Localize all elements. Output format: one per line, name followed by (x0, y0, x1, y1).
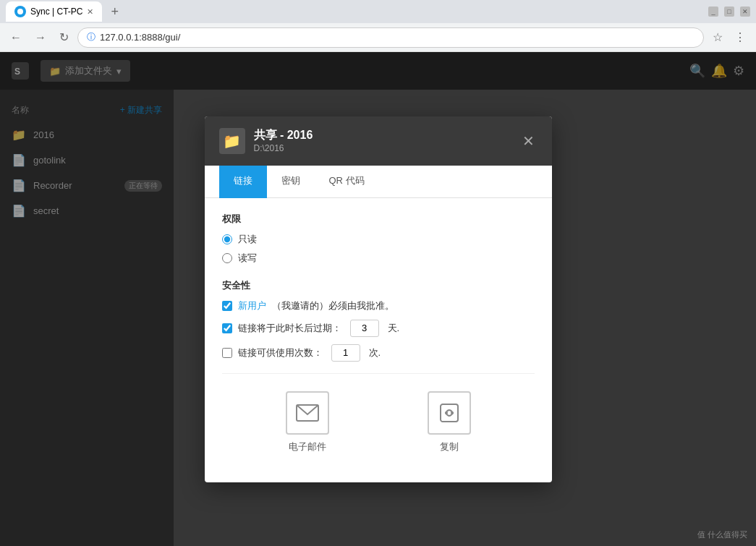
tab-close-button[interactable]: ✕ (87, 7, 93, 17)
copy-icon (428, 391, 471, 435)
modal-overlay: 📁 共享 - 2016 D:\2016 ✕ 链接 密钥 (0, 52, 756, 546)
modal-body: 权限 只读 读写 安全性 (205, 198, 552, 482)
usage-suffix: 次. (369, 346, 381, 359)
back-button[interactable]: ← (6, 28, 26, 47)
usage-input[interactable] (331, 344, 360, 362)
toolbar-icons: ☆ ⋮ (708, 27, 750, 47)
browser-toolbar: ← → ↻ ⓘ 127.0.0.1:8888/gui/ ☆ ⋮ (0, 23, 756, 52)
modal-tabs: 链接 密钥 QR 代码 (205, 166, 552, 198)
svg-point-6 (451, 411, 454, 414)
expiry-suffix: 天. (388, 322, 400, 335)
readwrite-option[interactable]: 读写 (222, 252, 535, 265)
svg-point-5 (445, 411, 448, 414)
address-bar[interactable]: ⓘ 127.0.0.1:8888/gui/ (77, 27, 704, 48)
copy-label: 复制 (440, 440, 459, 453)
email-icon (286, 391, 329, 435)
minimize-button[interactable]: _ (708, 7, 718, 17)
app-area: S 📁 添加文件夹 ▾ 🔍 🔔 ⚙ 名称 + 新建共享 📁 2016 (0, 52, 756, 546)
email-label: 电子邮件 (289, 440, 326, 453)
modal-title: 共享 - 2016 (254, 128, 511, 143)
email-button[interactable]: 电子邮件 (286, 391, 329, 453)
modal-header: 📁 共享 - 2016 D:\2016 ✕ (205, 116, 552, 166)
expiry-prefix: 链接将于此时长后过期： (238, 322, 341, 335)
tab-title: Sync | CT-PC (30, 7, 82, 17)
modal-actions: 电子邮件 复制 (222, 373, 535, 468)
modal-header-text: 共享 - 2016 D:\2016 (254, 128, 511, 153)
tab-favicon (14, 6, 26, 17)
address-text: 127.0.0.1:8888/gui/ (100, 32, 180, 43)
modal-folder-icon: 📁 (219, 128, 245, 154)
browser-tab[interactable]: Sync | CT-PC ✕ (6, 1, 102, 22)
menu-button[interactable]: ⋮ (730, 27, 750, 47)
new-user-highlight: 新用户 (238, 299, 266, 312)
titlebar-right: _ □ ✕ (708, 7, 750, 17)
security-icon: ⓘ (87, 31, 95, 43)
expiry-input[interactable] (350, 320, 379, 337)
forward-button[interactable]: → (30, 28, 51, 47)
bookmark-button[interactable]: ☆ (708, 27, 727, 47)
maximize-button[interactable]: □ (724, 7, 734, 17)
svg-point-0 (17, 9, 23, 14)
tab-link-label: 链接 (234, 175, 252, 186)
titlebar-left: Sync | CT-PC ✕ + (6, 1, 124, 22)
browser-frame: Sync | CT-PC ✕ + _ □ ✕ ← → ↻ ⓘ 127.0.0.1… (0, 0, 756, 546)
tab-key[interactable]: 密钥 (267, 166, 315, 198)
tab-qr[interactable]: QR 代码 (315, 166, 379, 198)
svg-rect-4 (441, 404, 458, 422)
readonly-label: 只读 (238, 233, 257, 246)
security-item-expiry[interactable]: 链接将于此时长后过期： 天. (222, 320, 535, 337)
permissions-title: 权限 (222, 213, 535, 226)
copy-button[interactable]: 复制 (428, 391, 471, 453)
security-item-usage[interactable]: 链接可供使用次数： 次. (222, 344, 535, 362)
expiry-checkbox[interactable] (222, 323, 232, 333)
usage-checkbox[interactable] (222, 348, 232, 358)
readwrite-radio[interactable] (222, 253, 232, 263)
readonly-radio[interactable] (222, 234, 232, 244)
new-tab-button[interactable]: + (105, 4, 124, 20)
approval-checkbox[interactable] (222, 301, 232, 311)
security-item-approval[interactable]: 新用户 （我邀请的）必须由我批准。 (222, 299, 535, 312)
tab-key-label: 密钥 (281, 175, 300, 186)
watermark: 值 什么值得买 (697, 529, 747, 540)
security-title: 安全性 (222, 279, 535, 292)
tab-link[interactable]: 链接 (219, 166, 267, 198)
security-group: 新用户 （我邀请的）必须由我批准。 链接将于此时长后过期： 天. (222, 299, 535, 362)
reload-button[interactable]: ↻ (55, 27, 73, 47)
browser-titlebar: Sync | CT-PC ✕ + _ □ ✕ (0, 0, 756, 23)
tab-qr-label: QR 代码 (329, 175, 365, 186)
permissions-group: 只读 读写 (222, 233, 535, 265)
folder-icon: 📁 (223, 132, 241, 150)
readwrite-label: 读写 (238, 252, 257, 265)
close-button[interactable]: ✕ (740, 7, 750, 17)
readonly-option[interactable]: 只读 (222, 233, 535, 246)
modal-close-button[interactable]: ✕ (519, 129, 538, 153)
usage-prefix: 链接可供使用次数： (238, 346, 323, 359)
approval-text: （我邀请的）必须由我批准。 (272, 299, 394, 312)
modal-subtitle: D:\2016 (254, 143, 511, 153)
share-modal: 📁 共享 - 2016 D:\2016 ✕ 链接 密钥 (205, 116, 552, 482)
